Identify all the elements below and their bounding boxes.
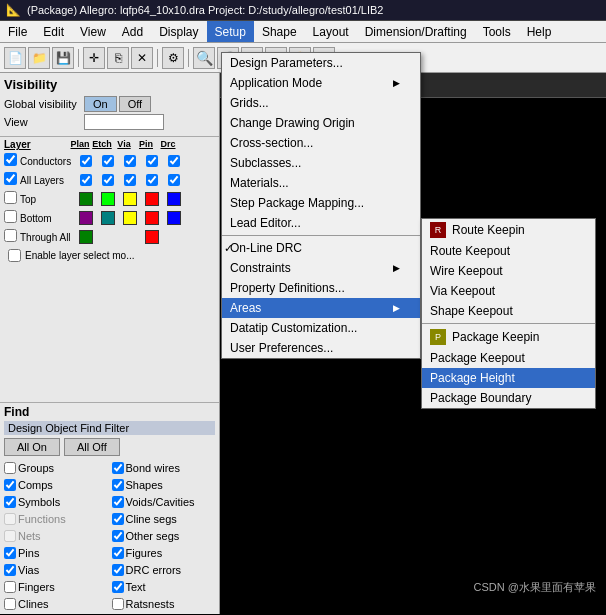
top-color3[interactable] [123,192,137,206]
asm-package-keepout[interactable]: Package Keepout [422,348,595,368]
all-off-button[interactable]: All Off [64,438,120,456]
asm-wire-keepout[interactable]: Wire Keepout [422,261,595,281]
asm-route-keepout[interactable]: Route Keepout [422,241,595,261]
drcerrors-check[interactable] [112,564,124,576]
asm-package-keepin[interactable]: P Package Keepin [422,326,595,348]
menu-edit[interactable]: Edit [35,21,72,42]
col-etch[interactable]: Etch [91,139,113,150]
conductors-drc-check[interactable] [168,155,180,167]
alllayers-etch-check[interactable] [102,174,114,186]
col-via[interactable]: Via [113,139,135,150]
asm-package-boundary[interactable]: Package Boundary [422,388,595,408]
asm-route-keepin[interactable]: R Route Keepin [422,219,595,241]
sm-prop-defs[interactable]: Property Definitions... [222,278,420,298]
new-button[interactable]: 📄 [4,47,26,69]
sm-constraints[interactable]: Constraints [222,258,420,278]
top-color4[interactable] [145,192,159,206]
move-button[interactable]: ✛ [83,47,105,69]
copy-button[interactable]: ⎘ [107,47,129,69]
enable-layer-check[interactable] [8,249,21,262]
conductors-check[interactable] [4,153,17,166]
sm-lead-editor[interactable]: Lead Editor... [222,213,420,233]
bottom-color5[interactable] [167,211,181,225]
sm-design-params[interactable]: Design Parameters... [222,53,420,73]
alllayers-check[interactable] [4,172,17,185]
asm-shape-keepout[interactable]: Shape Keepout [422,301,595,321]
col-plan[interactable]: Plan [69,139,91,150]
vias-check[interactable] [4,564,16,576]
symbols-check[interactable] [4,496,16,508]
ratsnests-check[interactable] [112,598,124,610]
sm-areas[interactable]: Areas [222,298,420,318]
menu-view[interactable]: View [72,21,114,42]
delete-button[interactable]: ✕ [131,47,153,69]
save-button[interactable]: 💾 [52,47,74,69]
shapes-check[interactable] [112,479,124,491]
sm-online-drc[interactable]: On-Line DRC [222,238,420,258]
global-vis-on-button[interactable]: On [84,96,117,112]
menu-shape[interactable]: Shape [254,21,305,42]
conductors-via-check[interactable] [124,155,136,167]
sm-app-mode[interactable]: Application Mode [222,73,420,93]
menu-setup[interactable]: Setup [207,21,254,42]
settings-button[interactable]: ⚙ [162,47,184,69]
voids-check[interactable] [112,496,124,508]
sm-materials[interactable]: Materials... [222,173,420,193]
menu-dimension[interactable]: Dimension/Drafting [357,21,475,42]
bottom-color1[interactable] [79,211,93,225]
clinesegs-check[interactable] [112,513,124,525]
functions-check[interactable] [4,513,16,525]
all-on-button[interactable]: All On [4,438,60,456]
alllayers-plan-check[interactable] [80,174,92,186]
alllayers-via-check[interactable] [124,174,136,186]
clines-check[interactable] [4,598,16,610]
top-color1[interactable] [79,192,93,206]
figures-check[interactable] [112,547,124,559]
othersegs-check[interactable] [112,530,124,542]
sm-subclasses[interactable]: Subclasses... [222,153,420,173]
top-color5[interactable] [167,192,181,206]
through-color1[interactable] [79,230,93,244]
nets-check[interactable] [4,530,16,542]
zoom-in-button[interactable]: 🔍 [193,47,215,69]
alllayers-drc-check[interactable] [168,174,180,186]
groups-check[interactable] [4,462,16,474]
throughall-check[interactable] [4,229,17,242]
conductors-plan-check[interactable] [80,155,92,167]
bottom-check[interactable] [4,210,17,223]
text-check[interactable] [112,581,124,593]
sm-step-mapping[interactable]: Step Package Mapping... [222,193,420,213]
bondwires-check[interactable] [112,462,124,474]
menu-display[interactable]: Display [151,21,206,42]
bottom-color2[interactable] [101,211,115,225]
sm-user-prefs[interactable]: User Preferences... [222,338,420,358]
col-drc[interactable]: Drc [157,139,179,150]
conductors-pin-check[interactable] [146,155,158,167]
menu-file[interactable]: File [0,21,35,42]
sm-change-origin[interactable]: Change Drawing Origin [222,113,420,133]
open-button[interactable]: 📁 [28,47,50,69]
col-layer[interactable]: Layer [4,139,69,150]
fingers-check[interactable] [4,581,16,593]
top-color2[interactable] [101,192,115,206]
menu-help[interactable]: Help [519,21,560,42]
through-color4[interactable] [145,230,159,244]
top-check[interactable] [4,191,17,204]
asm-via-keepout[interactable]: Via Keepout [422,281,595,301]
bottom-color4[interactable] [145,211,159,225]
menu-layout[interactable]: Layout [305,21,357,42]
alllayers-pin-check[interactable] [146,174,158,186]
asm-package-height[interactable]: Package Height [422,368,595,388]
col-pin[interactable]: Pin [135,139,157,150]
menu-add[interactable]: Add [114,21,151,42]
sm-datatip[interactable]: Datatip Customization... [222,318,420,338]
bottom-color3[interactable] [123,211,137,225]
sm-grids[interactable]: Grids... [222,93,420,113]
menu-tools[interactable]: Tools [475,21,519,42]
global-vis-off-button[interactable]: Off [119,96,151,112]
pins-check[interactable] [4,547,16,559]
sm-cross-section[interactable]: Cross-section... [222,133,420,153]
comps-check[interactable] [4,479,16,491]
view-input[interactable] [84,114,164,130]
conductors-etch-check[interactable] [102,155,114,167]
